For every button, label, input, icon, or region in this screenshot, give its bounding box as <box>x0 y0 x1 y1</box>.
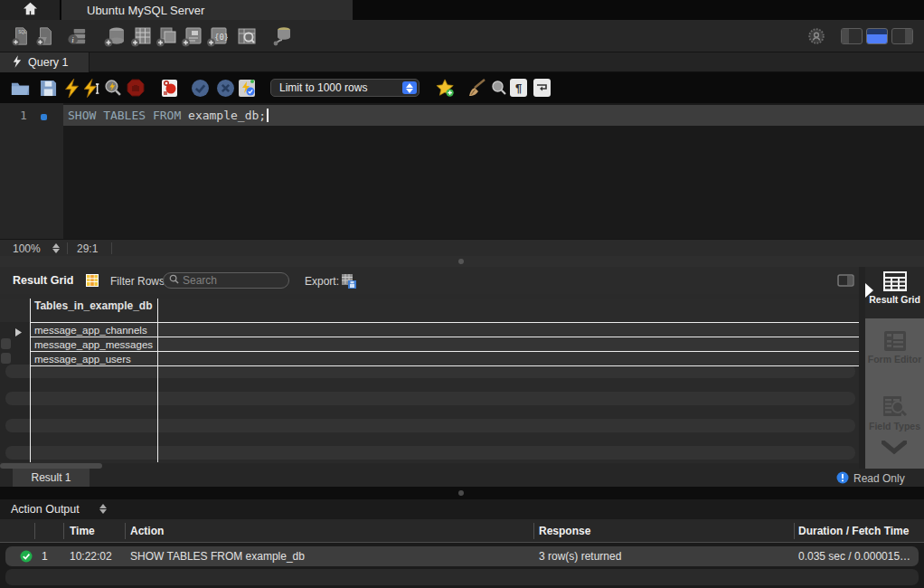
result-tab[interactable]: Result 1 <box>13 469 90 487</box>
titlebar: Ubuntu MySQL Server <box>0 0 924 20</box>
row-gutter-stub <box>1 353 11 364</box>
success-check-icon <box>20 550 33 565</box>
output-selector-stepper-icon[interactable] <box>99 504 107 514</box>
search-input[interactable] <box>183 274 283 287</box>
table-row[interactable]: message_app_channels <box>30 323 859 337</box>
column-header-response[interactable]: Response <box>539 525 590 537</box>
sidebar-item-label: Form Editor <box>865 355 924 365</box>
create-schema-icon[interactable] <box>104 25 126 47</box>
gear-badge-icon[interactable] <box>806 25 827 47</box>
mysql-workbench-window: Ubuntu MySQL Server SQL i {0} <box>0 0 924 588</box>
grid-column-header[interactable]: Tables_in_example_db <box>34 299 153 312</box>
grid-line <box>30 351 859 352</box>
sql-identifier: example_db; <box>188 109 266 122</box>
limit-rows-dropdown[interactable]: Limit to 1000 rows <box>270 79 420 97</box>
data-import-icon[interactable] <box>271 25 293 47</box>
connection-tab-label: Ubuntu MySQL Server <box>87 4 204 17</box>
create-function-icon[interactable]: {0} <box>206 25 228 47</box>
open-script-icon[interactable] <box>34 25 56 47</box>
empty-row-stripe <box>5 446 855 460</box>
cell-value: message_app_channels <box>34 325 147 336</box>
server-status-icon[interactable]: i <box>66 25 88 47</box>
sidebar-pointer-icon <box>865 283 873 298</box>
row-duration: 0.035 sec / 0.000015… <box>798 550 910 563</box>
bolt-icon <box>13 55 22 71</box>
text-caret <box>267 109 269 122</box>
editor-statusbar: 100% 29:1 <box>0 239 924 256</box>
create-table-icon[interactable] <box>130 25 152 47</box>
grid-line <box>30 365 859 366</box>
sql-code-line[interactable]: SHOW TABLES FROM example_db; <box>63 105 924 126</box>
row-time: 10:22:02 <box>70 550 112 563</box>
toggle-stop-on-error-icon[interactable] <box>159 78 179 98</box>
sidebar-item-form-editor[interactable]: Form Editor <box>865 330 924 365</box>
beautify-icon[interactable] <box>467 78 486 98</box>
new-snippet-icon[interactable] <box>436 78 456 98</box>
execute-current-icon[interactable] <box>82 78 102 98</box>
cell-value: message_app_messages <box>34 339 153 350</box>
toggle-autocommit-icon[interactable] <box>237 78 257 98</box>
row-gutter-stub <box>1 338 11 349</box>
toggle-right-panel-icon[interactable] <box>891 28 913 44</box>
row-index: 1 <box>42 550 48 563</box>
column-header-duration[interactable]: Duration / Fetch Time <box>798 525 909 537</box>
grid-columns-icon <box>85 273 99 290</box>
action-output-header: Time Action Response Duration / Fetch Ti… <box>0 519 924 543</box>
info-icon <box>836 471 849 487</box>
cursor-position: 29:1 <box>77 242 98 255</box>
open-file-icon[interactable] <box>10 78 30 98</box>
empty-row-stripe <box>5 392 855 405</box>
output-row[interactable]: 1 10:22:02 SHOW TABLES FROM example_db 3… <box>5 546 919 566</box>
query-tab[interactable]: Query 1 <box>0 52 90 72</box>
toggle-sidebar-icon[interactable] <box>837 274 854 289</box>
connection-tab[interactable]: Ubuntu MySQL Server <box>61 0 353 20</box>
result-grid[interactable]: Tables_in_example_db message_app_channel… <box>0 294 859 463</box>
invisibles-icon[interactable]: ¶ <box>510 79 527 97</box>
empty-row-stripe <box>5 419 855 432</box>
find-icon[interactable] <box>489 78 509 98</box>
sql-editor[interactable]: 1 SHOW TABLES FROM example_db; <box>0 103 924 239</box>
grid-line <box>30 337 859 337</box>
execute-icon[interactable] <box>61 78 81 98</box>
line-number: 1 <box>20 109 27 122</box>
panel-splitter[interactable] <box>0 487 924 499</box>
splitter-grip-icon <box>458 490 464 496</box>
grid-line <box>157 299 158 462</box>
search-data-icon[interactable] <box>236 25 258 47</box>
grid-line <box>30 322 859 323</box>
stop-icon[interactable] <box>126 78 146 98</box>
toggle-bottom-panel-icon[interactable] <box>866 28 888 44</box>
table-row[interactable]: message_app_messages <box>30 337 859 351</box>
commit-icon[interactable] <box>190 78 210 98</box>
result-tabbar: Result 1 Read Only <box>0 469 924 487</box>
home-icon <box>23 2 38 18</box>
search-icon <box>169 274 179 287</box>
zoom-stepper-icon[interactable] <box>52 243 60 253</box>
result-tab-label: Result 1 <box>31 471 71 484</box>
save-icon[interactable] <box>38 78 58 98</box>
query-toolbar: Limit to 1000 rows ¶ <box>0 72 924 103</box>
wrap-text-icon[interactable] <box>533 79 551 97</box>
sidebar-item-field-types[interactable]: Field Types <box>865 395 924 432</box>
filter-search-box[interactable] <box>163 272 289 289</box>
column-header-action[interactable]: Action <box>130 525 164 537</box>
sidebar-item-result-grid[interactable]: Result Grid <box>865 267 924 318</box>
svg-text:SQL: SQL <box>18 30 27 34</box>
panel-splitter[interactable] <box>0 256 924 267</box>
export-icon[interactable] <box>341 273 356 291</box>
toggle-left-panel-icon[interactable] <box>841 28 863 44</box>
table-row[interactable]: message_app_users <box>30 352 859 365</box>
column-header-time[interactable]: Time <box>70 525 95 537</box>
new-query-icon[interactable]: SQL <box>10 25 32 47</box>
create-procedure-icon[interactable] <box>181 25 203 47</box>
statement-marker-icon <box>41 114 47 120</box>
sidebar-chevron-down-icon[interactable] <box>882 441 907 458</box>
explain-icon[interactable] <box>102 78 122 98</box>
rollback-icon[interactable] <box>215 78 235 98</box>
result-grid-title: Result Grid <box>13 274 73 287</box>
create-view-icon[interactable] <box>156 25 177 47</box>
row-response: 3 row(s) returned <box>539 550 621 563</box>
current-row-arrow-icon <box>14 327 23 339</box>
home-tab[interactable] <box>0 0 61 20</box>
empty-output-stripe <box>5 569 919 585</box>
